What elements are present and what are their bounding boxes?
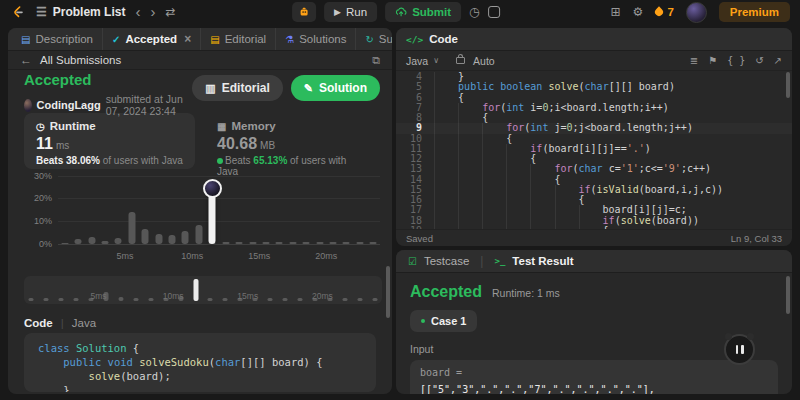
- flame-icon: [654, 6, 665, 17]
- undo-icon[interactable]: ↺: [755, 55, 763, 66]
- tab-editorial[interactable]: ▤Editorial: [200, 28, 275, 50]
- language-select[interactable]: Java: [406, 55, 428, 67]
- line-number: 4: [396, 72, 434, 82]
- x-axis-label: 20ms: [315, 251, 337, 261]
- shuffle-icon[interactable]: ⇄: [165, 6, 175, 18]
- chart-bar: [343, 242, 350, 244]
- tab-solutions[interactable]: ⚗Solutions: [275, 28, 355, 50]
- book-icon: ▥: [205, 82, 215, 95]
- code-tab-label[interactable]: Code: [429, 33, 458, 45]
- line-number: 6: [396, 93, 434, 103]
- editor-line[interactable]: 5 public boolean solve(char[][] board): [396, 82, 792, 92]
- testcase-scrollbar[interactable]: [786, 276, 790, 314]
- chart-bar: [370, 242, 377, 244]
- editor-line[interactable]: 9 for(int j=0;j<board.length;j++): [396, 123, 792, 133]
- tab-testcase[interactable]: Testcase: [424, 255, 469, 267]
- editorial-button[interactable]: ▥ Editorial: [192, 75, 282, 101]
- premium-button[interactable]: Premium: [719, 2, 790, 22]
- result-runtime: Runtime: 1 ms: [492, 287, 560, 299]
- submission-detail: Accepted CodingLagg submitted at Jun 07,…: [8, 69, 392, 394]
- timer-widget[interactable]: [724, 334, 755, 365]
- leetcode-logo-icon[interactable]: [10, 4, 26, 20]
- minimap-bar: [357, 298, 362, 301]
- chart-bar: [262, 242, 269, 244]
- memory-stat-card[interactable]: ▦ Memory 40.68MB Beats 65.13% of users w…: [205, 113, 376, 169]
- back-arrow-icon[interactable]: ←: [20, 53, 32, 67]
- line-number: 7: [396, 103, 434, 113]
- lock-icon: [456, 57, 465, 64]
- auto-label[interactable]: Auto: [473, 55, 495, 67]
- user-avatar[interactable]: [686, 2, 707, 23]
- y-axis-label: 20%: [24, 193, 52, 203]
- minimap-bar: [148, 298, 153, 301]
- debugger-button[interactable]: [292, 2, 316, 22]
- layout-grid-icon[interactable]: ⊞: [611, 6, 621, 18]
- play-icon: ▶: [334, 7, 341, 17]
- chart-bar: [289, 242, 296, 244]
- chart-bar: [195, 225, 202, 244]
- green-dot-icon: [217, 158, 223, 164]
- submit-label: Submit: [412, 6, 451, 18]
- prev-problem-icon[interactable]: ‹: [135, 4, 140, 19]
- close-tab-icon[interactable]: ×: [184, 32, 191, 46]
- bookmark-icon[interactable]: ⚑: [708, 55, 717, 66]
- terminal-icon: >_: [494, 256, 505, 266]
- minimap-bar: [372, 298, 377, 301]
- code-snippet-line: }: [38, 383, 362, 392]
- editor-status-bar: Saved Ln 9, Col 33: [396, 229, 792, 246]
- settings-gear-icon[interactable]: ⚙: [633, 6, 644, 18]
- submission-status: Accepted: [24, 71, 192, 88]
- format-code-icon[interactable]: ≣: [690, 55, 698, 66]
- run-button[interactable]: ▶ Run: [324, 2, 377, 22]
- minimap-bar: [29, 298, 34, 301]
- case-dot-icon: [421, 319, 425, 323]
- chart-bar: [101, 241, 108, 244]
- editor-code-area[interactable]: 4 }5 public boolean solve(char[][] board…: [396, 70, 792, 230]
- submit-button[interactable]: Submit: [385, 2, 461, 22]
- copy-link-icon[interactable]: ⧉: [372, 54, 380, 67]
- brackets-icon[interactable]: { }: [727, 55, 745, 66]
- notes-icon[interactable]: [488, 6, 500, 18]
- runtime-marker-slider[interactable]: [209, 189, 216, 244]
- code-snippet-line: class Solution {: [38, 341, 362, 355]
- minimap-bar: [268, 298, 273, 301]
- chart-x-axis: 5ms10ms15ms20ms: [58, 247, 380, 261]
- slider-avatar-knob[interactable]: [203, 179, 222, 198]
- tab-submissions[interactable]: ↻Submissions: [355, 28, 392, 50]
- submitted-code-block[interactable]: class Solution { public void solveSudoku…: [24, 333, 376, 392]
- chart-minimap-brush[interactable]: 5ms10ms15ms20ms: [24, 276, 382, 304]
- runtime-stat-card[interactable]: ◷ Runtime 11ms Beats 38.06% of users wit…: [24, 113, 195, 169]
- next-problem-icon[interactable]: ›: [150, 4, 155, 19]
- gridline: [58, 198, 380, 199]
- input-box[interactable]: board = [["5","3",".",".","7",".",".",".…: [410, 360, 778, 394]
- timer-icon[interactable]: ◷: [469, 6, 479, 18]
- result-status: Accepted: [410, 283, 482, 301]
- submissions-icon: ↻: [365, 34, 373, 45]
- editor-scrollbar[interactable]: [786, 72, 790, 98]
- editor-line[interactable]: 13 for(char c='1';c<='9';c++): [396, 164, 792, 174]
- minimap-bar: [297, 298, 302, 301]
- solutions-icon: ⚗: [285, 34, 294, 45]
- tab-description[interactable]: ▤Description: [12, 28, 102, 50]
- solution-button[interactable]: ✎ Solution: [291, 75, 380, 101]
- minimap-bar: [133, 298, 138, 301]
- cursor-position: Ln 9, Col 33: [731, 233, 782, 244]
- line-number: 13: [396, 164, 434, 174]
- minimap-x-label: 10ms: [163, 291, 184, 301]
- line-number: 17: [396, 205, 434, 215]
- case-1-chip[interactable]: Case 1: [410, 310, 477, 332]
- chart-bar: [222, 242, 229, 244]
- minimap-bar: [223, 298, 228, 301]
- minimap-bar: [74, 298, 79, 301]
- problem-list-button[interactable]: ☰ Problem List: [36, 5, 125, 19]
- tab-accepted[interactable]: ✓Accepted×: [102, 28, 200, 50]
- minimap-bar: [118, 297, 123, 301]
- left-panel-scrollbar[interactable]: [386, 266, 390, 318]
- tab-test-result[interactable]: Test Result: [512, 255, 573, 267]
- expand-icon[interactable]: ↗: [774, 55, 782, 66]
- daily-streak[interactable]: 7: [655, 6, 673, 18]
- editor-line[interactable]: 17 board[i][j]=c;: [396, 205, 792, 215]
- chart-bar: [128, 212, 135, 244]
- breadcrumb-bar: ← All Submissions ⧉: [8, 51, 392, 70]
- minimap-bar: [44, 298, 49, 301]
